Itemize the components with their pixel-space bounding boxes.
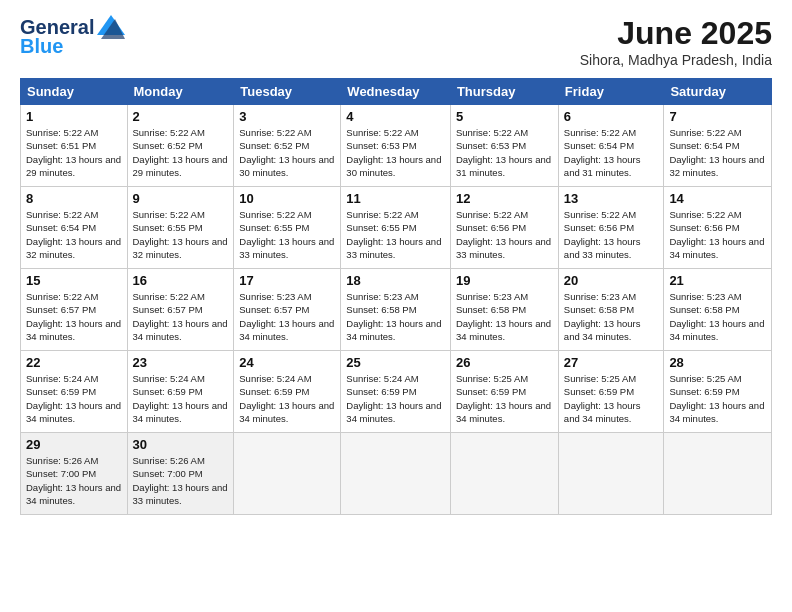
day-info: Sunrise: 5:22 AMSunset: 6:52 PMDaylight:… (239, 126, 335, 179)
calendar-cell: 20Sunrise: 5:23 AMSunset: 6:58 PMDayligh… (558, 269, 664, 351)
day-info: Sunrise: 5:22 AMSunset: 6:56 PMDaylight:… (456, 208, 553, 261)
day-number: 19 (456, 273, 553, 288)
month-title: June 2025 (580, 15, 772, 52)
title-section: June 2025 Sihora, Madhya Pradesh, India (580, 15, 772, 68)
day-number: 18 (346, 273, 445, 288)
day-info: Sunrise: 5:22 AMSunset: 6:55 PMDaylight:… (133, 208, 229, 261)
header: General Blue June 2025 Sihora, Madhya Pr… (20, 15, 772, 68)
day-info: Sunrise: 5:22 AMSunset: 6:55 PMDaylight:… (239, 208, 335, 261)
calendar-cell: 11Sunrise: 5:22 AMSunset: 6:55 PMDayligh… (341, 187, 451, 269)
day-info: Sunrise: 5:22 AMSunset: 6:57 PMDaylight:… (26, 290, 122, 343)
calendar-cell: 22Sunrise: 5:24 AMSunset: 6:59 PMDayligh… (21, 351, 128, 433)
day-info: Sunrise: 5:22 AMSunset: 6:54 PMDaylight:… (26, 208, 122, 261)
day-number: 4 (346, 109, 445, 124)
day-number: 7 (669, 109, 766, 124)
day-number: 22 (26, 355, 122, 370)
calendar-cell: 27Sunrise: 5:25 AMSunset: 6:59 PMDayligh… (558, 351, 664, 433)
calendar-row-4: 29Sunrise: 5:26 AMSunset: 7:00 PMDayligh… (21, 433, 772, 515)
calendar-row-3: 22Sunrise: 5:24 AMSunset: 6:59 PMDayligh… (21, 351, 772, 433)
calendar-cell: 18Sunrise: 5:23 AMSunset: 6:58 PMDayligh… (341, 269, 451, 351)
day-number: 14 (669, 191, 766, 206)
day-number: 12 (456, 191, 553, 206)
logo: General Blue (20, 15, 125, 58)
calendar-cell: 4Sunrise: 5:22 AMSunset: 6:53 PMDaylight… (341, 105, 451, 187)
day-info: Sunrise: 5:25 AMSunset: 6:59 PMDaylight:… (456, 372, 553, 425)
day-info: Sunrise: 5:22 AMSunset: 6:54 PMDaylight:… (564, 126, 659, 179)
day-number: 24 (239, 355, 335, 370)
col-monday: Monday (127, 79, 234, 105)
calendar-cell: 25Sunrise: 5:24 AMSunset: 6:59 PMDayligh… (341, 351, 451, 433)
day-info: Sunrise: 5:22 AMSunset: 6:53 PMDaylight:… (346, 126, 445, 179)
calendar-cell: 17Sunrise: 5:23 AMSunset: 6:57 PMDayligh… (234, 269, 341, 351)
calendar-cell (341, 433, 451, 515)
calendar-cell: 1Sunrise: 5:22 AMSunset: 6:51 PMDaylight… (21, 105, 128, 187)
day-info: Sunrise: 5:24 AMSunset: 6:59 PMDaylight:… (239, 372, 335, 425)
day-number: 20 (564, 273, 659, 288)
day-number: 13 (564, 191, 659, 206)
day-info: Sunrise: 5:26 AMSunset: 7:00 PMDaylight:… (133, 454, 229, 507)
calendar-cell: 16Sunrise: 5:22 AMSunset: 6:57 PMDayligh… (127, 269, 234, 351)
day-info: Sunrise: 5:23 AMSunset: 6:58 PMDaylight:… (564, 290, 659, 343)
header-row: Sunday Monday Tuesday Wednesday Thursday… (21, 79, 772, 105)
day-number: 30 (133, 437, 229, 452)
calendar-cell: 2Sunrise: 5:22 AMSunset: 6:52 PMDaylight… (127, 105, 234, 187)
calendar-cell: 7Sunrise: 5:22 AMSunset: 6:54 PMDaylight… (664, 105, 772, 187)
calendar-cell: 29Sunrise: 5:26 AMSunset: 7:00 PMDayligh… (21, 433, 128, 515)
calendar-cell: 8Sunrise: 5:22 AMSunset: 6:54 PMDaylight… (21, 187, 128, 269)
day-info: Sunrise: 5:25 AMSunset: 6:59 PMDaylight:… (564, 372, 659, 425)
day-number: 11 (346, 191, 445, 206)
col-sunday: Sunday (21, 79, 128, 105)
day-number: 28 (669, 355, 766, 370)
calendar-row-2: 15Sunrise: 5:22 AMSunset: 6:57 PMDayligh… (21, 269, 772, 351)
calendar-cell (450, 433, 558, 515)
calendar-cell: 6Sunrise: 5:22 AMSunset: 6:54 PMDaylight… (558, 105, 664, 187)
day-info: Sunrise: 5:24 AMSunset: 6:59 PMDaylight:… (133, 372, 229, 425)
calendar-row-0: 1Sunrise: 5:22 AMSunset: 6:51 PMDaylight… (21, 105, 772, 187)
calendar-cell (558, 433, 664, 515)
col-friday: Friday (558, 79, 664, 105)
day-number: 25 (346, 355, 445, 370)
day-number: 17 (239, 273, 335, 288)
calendar-cell: 9Sunrise: 5:22 AMSunset: 6:55 PMDaylight… (127, 187, 234, 269)
day-number: 10 (239, 191, 335, 206)
day-number: 29 (26, 437, 122, 452)
day-info: Sunrise: 5:22 AMSunset: 6:54 PMDaylight:… (669, 126, 766, 179)
day-info: Sunrise: 5:24 AMSunset: 6:59 PMDaylight:… (26, 372, 122, 425)
day-info: Sunrise: 5:23 AMSunset: 6:58 PMDaylight:… (669, 290, 766, 343)
calendar-cell: 14Sunrise: 5:22 AMSunset: 6:56 PMDayligh… (664, 187, 772, 269)
calendar-cell: 24Sunrise: 5:24 AMSunset: 6:59 PMDayligh… (234, 351, 341, 433)
logo-icon (97, 15, 125, 39)
day-number: 15 (26, 273, 122, 288)
col-wednesday: Wednesday (341, 79, 451, 105)
day-info: Sunrise: 5:22 AMSunset: 6:57 PMDaylight:… (133, 290, 229, 343)
day-number: 27 (564, 355, 659, 370)
calendar-cell: 23Sunrise: 5:24 AMSunset: 6:59 PMDayligh… (127, 351, 234, 433)
calendar-cell: 30Sunrise: 5:26 AMSunset: 7:00 PMDayligh… (127, 433, 234, 515)
calendar-cell (234, 433, 341, 515)
day-info: Sunrise: 5:22 AMSunset: 6:53 PMDaylight:… (456, 126, 553, 179)
day-info: Sunrise: 5:24 AMSunset: 6:59 PMDaylight:… (346, 372, 445, 425)
location: Sihora, Madhya Pradesh, India (580, 52, 772, 68)
day-number: 9 (133, 191, 229, 206)
calendar-table: Sunday Monday Tuesday Wednesday Thursday… (20, 78, 772, 515)
calendar-cell: 12Sunrise: 5:22 AMSunset: 6:56 PMDayligh… (450, 187, 558, 269)
calendar-cell: 28Sunrise: 5:25 AMSunset: 6:59 PMDayligh… (664, 351, 772, 433)
calendar-cell: 10Sunrise: 5:22 AMSunset: 6:55 PMDayligh… (234, 187, 341, 269)
calendar-cell: 5Sunrise: 5:22 AMSunset: 6:53 PMDaylight… (450, 105, 558, 187)
day-info: Sunrise: 5:22 AMSunset: 6:56 PMDaylight:… (564, 208, 659, 261)
day-info: Sunrise: 5:23 AMSunset: 6:58 PMDaylight:… (456, 290, 553, 343)
col-thursday: Thursday (450, 79, 558, 105)
day-number: 6 (564, 109, 659, 124)
day-number: 21 (669, 273, 766, 288)
calendar-row-1: 8Sunrise: 5:22 AMSunset: 6:54 PMDaylight… (21, 187, 772, 269)
day-info: Sunrise: 5:23 AMSunset: 6:58 PMDaylight:… (346, 290, 445, 343)
day-number: 16 (133, 273, 229, 288)
day-number: 1 (26, 109, 122, 124)
day-info: Sunrise: 5:26 AMSunset: 7:00 PMDaylight:… (26, 454, 122, 507)
calendar-cell: 21Sunrise: 5:23 AMSunset: 6:58 PMDayligh… (664, 269, 772, 351)
calendar-cell: 19Sunrise: 5:23 AMSunset: 6:58 PMDayligh… (450, 269, 558, 351)
day-number: 8 (26, 191, 122, 206)
day-number: 3 (239, 109, 335, 124)
day-info: Sunrise: 5:23 AMSunset: 6:57 PMDaylight:… (239, 290, 335, 343)
col-saturday: Saturday (664, 79, 772, 105)
